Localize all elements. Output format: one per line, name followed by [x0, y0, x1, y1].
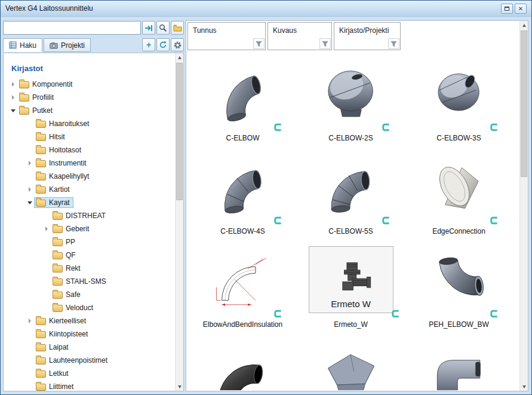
- folder-icon: [53, 305, 63, 312]
- search-input[interactable]: [3, 21, 141, 35]
- library-item-partial-3[interactable]: [405, 334, 513, 390]
- filter-funnel-icon: [390, 41, 397, 47]
- folder-icon: [36, 331, 46, 338]
- library-item-c-elbow-2s[interactable]: C-ELBOW-2S: [297, 54, 405, 148]
- plus-icon: +: [146, 40, 151, 50]
- scroll-down-button[interactable]: [520, 382, 528, 391]
- folder-icon: [36, 173, 46, 180]
- tree-item-letkut[interactable]: Letkut: [4, 367, 175, 380]
- library-item-c-elbow-3s[interactable]: C-ELBOW-3S: [405, 54, 513, 148]
- chevron-down-icon[interactable]: [10, 107, 17, 115]
- tree-item-kiintopisteet[interactable]: Kiintopisteet: [4, 327, 175, 341]
- tree-item-kayrat[interactable]: Kayrat: [4, 196, 175, 209]
- tree-item-komponentit[interactable]: Komponentit: [4, 78, 175, 91]
- scroll-up-button[interactable]: [520, 21, 528, 29]
- tree-item-stahl-sms[interactable]: STAHL-SMS: [4, 275, 175, 288]
- scroll-down-button[interactable]: [176, 382, 183, 391]
- refresh-button[interactable]: [156, 38, 170, 51]
- restore-button[interactable]: [501, 4, 513, 14]
- column-header-kuvaus[interactable]: Kuvaus: [267, 22, 332, 50]
- tree-item-label: Geberit: [66, 225, 89, 233]
- library-item-elbowandbendinsulation[interactable]: ElbowAndBendInsulation: [189, 241, 297, 334]
- tree-item-hoitotasot[interactable]: Hoitotasot: [4, 143, 175, 157]
- tree-item-laipat[interactable]: Laipat: [4, 341, 175, 354]
- library-tree-panel: Kirjastot Komponentit Profiilit Putket H…: [3, 53, 184, 391]
- tree-item-kartiot[interactable]: Kartiot: [4, 183, 175, 196]
- chevron-down-icon[interactable]: [26, 199, 34, 207]
- component-badge-icon: [490, 309, 499, 319]
- add-button[interactable]: +: [142, 38, 155, 51]
- tree-item-label: Komponentit: [32, 80, 72, 88]
- tree-item-distrheat[interactable]: DISTRHEAT: [4, 209, 175, 222]
- tree-item-geberit[interactable]: Geberit: [4, 222, 175, 235]
- tree-item-safe[interactable]: Safe: [4, 288, 175, 301]
- close-button[interactable]: ✕: [515, 4, 527, 14]
- filter-button[interactable]: [388, 38, 399, 49]
- library-item-edgeconnection[interactable]: EdgeConnection: [405, 148, 513, 241]
- tree-item-veloduct[interactable]: Veloduct: [4, 301, 175, 314]
- tree-item-rekt[interactable]: Rekt: [4, 262, 175, 275]
- tab-projekti[interactable]: Projekti: [44, 38, 91, 52]
- chevron-right-icon[interactable]: [26, 317, 34, 325]
- go-arrow-icon: [144, 24, 153, 32]
- filter-button[interactable]: [319, 38, 331, 49]
- tree-item-lauhteenpoistimet[interactable]: Lauhteenpoistimet: [4, 354, 175, 367]
- chevron-right-icon[interactable]: [26, 186, 34, 194]
- chevron-right-icon[interactable]: [43, 225, 51, 233]
- component-badge-icon: [273, 216, 282, 225]
- content-scrollbar[interactable]: [519, 21, 528, 391]
- window-title: Vertex G4 Laitossuunnittelu: [5, 4, 93, 13]
- titlebar[interactable]: Vertex G4 Laitossuunnittelu ✕: [1, 1, 531, 17]
- library-item-ermeto-w[interactable]: Ermeto W Ermeto_W: [297, 241, 405, 334]
- thumbnail-insulation-drawing: [213, 244, 273, 316]
- library-item-c-elbow-5s[interactable]: C-ELBOW-5S: [297, 148, 405, 241]
- scrollbar-thumb[interactable]: [521, 30, 527, 177]
- folder-icon: [53, 239, 63, 246]
- chevron-right-icon[interactable]: [26, 160, 34, 167]
- component-badge-icon: [382, 216, 390, 225]
- settings-button[interactable]: [171, 38, 184, 51]
- search-button[interactable]: [156, 21, 170, 35]
- tree-item-hitsit[interactable]: Hitsit: [4, 130, 175, 143]
- scrollbar-thumb[interactable]: [176, 63, 183, 200]
- thumbnail-ermeto: Ermeto W: [309, 244, 393, 316]
- tree-item-putket[interactable]: Putket: [4, 104, 175, 117]
- thumbnail-edge-connection: [430, 151, 488, 222]
- chevron-right-icon[interactable]: [10, 94, 17, 102]
- tree-item-liittimet[interactable]: Liittimet: [4, 380, 175, 391]
- tree-item-profiilit[interactable]: Profiilit: [4, 91, 175, 104]
- tree-item-haaroitukset[interactable]: Haaroitukset: [4, 117, 175, 130]
- folder-icon: [36, 200, 46, 207]
- tree-header[interactable]: Kirjastot: [11, 64, 175, 73]
- folder-icon: [36, 370, 46, 378]
- tab-haku[interactable]: Haku: [3, 38, 42, 52]
- library-item-c-elbow-4s[interactable]: C-ELBOW-4S: [189, 148, 297, 241]
- library-item-partial-2[interactable]: [297, 334, 405, 390]
- library-item-peh-elbow-bw[interactable]: PEH_ELBOW_BW: [405, 241, 513, 334]
- tree-item-pp[interactable]: PP: [4, 235, 175, 249]
- filter-funnel-icon: [256, 41, 262, 47]
- search-icon: [159, 24, 167, 32]
- thumbnail-caption: Ermeto W: [331, 299, 371, 309]
- tree-item-label: DISTRHEAT: [66, 212, 106, 220]
- column-header-tunnus[interactable]: Tunnus: [187, 22, 266, 50]
- tree-item-label: Veloduct: [66, 304, 93, 312]
- library-item-c-elbow[interactable]: C-ELBOW: [189, 54, 297, 148]
- filter-button[interactable]: [253, 38, 265, 49]
- tree-item-instrumentit[interactable]: Instrumentit: [4, 157, 175, 170]
- scroll-up-button[interactable]: [176, 53, 183, 62]
- tree-item-kaapelihyllyt[interactable]: Kaapelihyllyt: [4, 170, 175, 183]
- chevron-right-icon[interactable]: [10, 81, 17, 88]
- open-folder-button[interactable]: [171, 21, 184, 35]
- component-badge-icon: [490, 216, 499, 225]
- column-header-kirjasto-projekti[interactable]: Kirjasto/Projekti: [334, 22, 401, 50]
- tree-item-label: Lauhteenpoistimet: [49, 356, 107, 365]
- tree-item-kierteelliset[interactable]: Kierteelliset: [4, 314, 175, 327]
- tree-item-label: Kaapelihyllyt: [49, 172, 89, 180]
- tree-item-label: Kartiot: [49, 185, 70, 194]
- tree-scrollbar[interactable]: [175, 53, 183, 391]
- haku-tab-icon: [9, 41, 17, 49]
- tree-item-qf[interactable]: QF: [4, 249, 175, 262]
- go-search-button[interactable]: [142, 21, 155, 35]
- library-item-partial-1[interactable]: [189, 334, 297, 390]
